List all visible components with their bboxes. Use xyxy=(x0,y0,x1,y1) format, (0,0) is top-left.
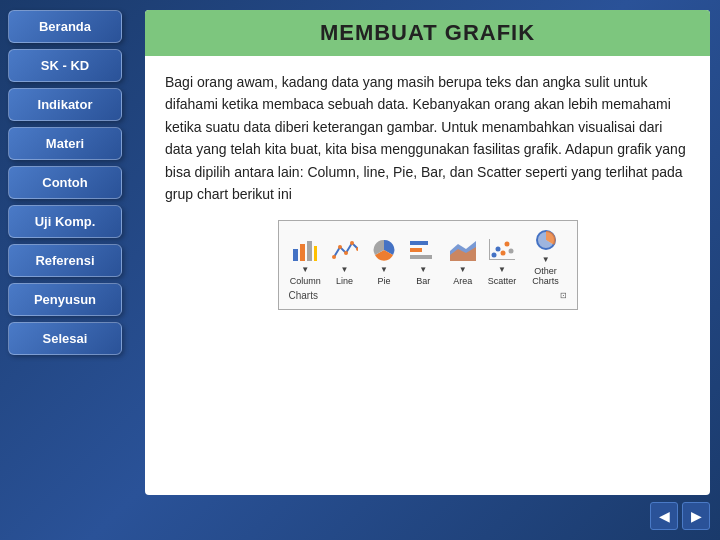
svg-point-15 xyxy=(496,247,501,252)
chart-panel: ▼ Column xyxy=(278,220,578,310)
svg-point-16 xyxy=(501,251,506,256)
svg-rect-3 xyxy=(314,246,317,261)
expand-icon[interactable]: ⊡ xyxy=(560,291,567,300)
pie-dropdown-arrow: ▼ xyxy=(380,265,388,274)
area-icon-group: ▼ xyxy=(450,239,476,274)
svg-rect-1 xyxy=(300,244,305,261)
chart-icon-bar[interactable]: ▼ Bar xyxy=(407,239,440,286)
sidebar-item-referensi[interactable]: Referensi xyxy=(8,244,122,277)
sidebar-item-label: Materi xyxy=(46,136,84,151)
bar-label: Bar xyxy=(416,276,430,286)
prev-button[interactable]: ◀ xyxy=(650,502,678,530)
scatter-label: Scatter xyxy=(488,276,517,286)
other-dropdown-arrow: ▼ xyxy=(542,255,550,264)
scatter-icon-group: ▼ xyxy=(489,239,515,274)
svg-point-18 xyxy=(509,249,514,254)
svg-point-14 xyxy=(492,253,497,258)
sidebar-item-label: Selesai xyxy=(43,331,88,346)
pie-label: Pie xyxy=(377,276,390,286)
sidebar-item-sk-kd[interactable]: SK - KD xyxy=(8,49,122,82)
line-icon-group: ▼ xyxy=(332,239,358,274)
page-title: MEMBUAT GRAFIK xyxy=(165,20,690,46)
bottom-nav: ◀ ▶ xyxy=(650,502,710,530)
sidebar-item-label: SK - KD xyxy=(41,58,89,73)
sidebar-item-label: Uji Komp. xyxy=(35,214,96,229)
sidebar: Beranda SK - KD Indikator Materi Contoh … xyxy=(0,0,130,540)
svg-rect-19 xyxy=(489,259,515,260)
next-icon: ▶ xyxy=(691,508,702,524)
svg-point-17 xyxy=(505,242,510,247)
sidebar-item-indikator[interactable]: Indikator xyxy=(8,88,122,121)
sidebar-item-materi[interactable]: Materi xyxy=(8,127,122,160)
svg-point-6 xyxy=(344,251,348,255)
pie-icon xyxy=(372,239,396,265)
bar-icon xyxy=(410,239,436,265)
column-dropdown-arrow: ▼ xyxy=(301,265,309,274)
sidebar-item-label: Indikator xyxy=(38,97,93,112)
sidebar-item-selesai[interactable]: Selesai xyxy=(8,322,122,355)
column-icon xyxy=(292,239,318,265)
content-body: Bagi orang awam, kadang data yang masih … xyxy=(145,56,710,325)
sidebar-item-beranda[interactable]: Beranda xyxy=(8,10,122,43)
svg-rect-11 xyxy=(410,255,432,259)
other-icon xyxy=(532,229,560,255)
area-icon xyxy=(450,239,476,265)
sidebar-item-label: Beranda xyxy=(39,19,91,34)
svg-rect-2 xyxy=(307,241,312,261)
sidebar-item-label: Contoh xyxy=(42,175,87,190)
chart-icon-area[interactable]: ▼ Area xyxy=(446,239,479,286)
sidebar-item-penyusun[interactable]: Penyusun xyxy=(8,283,122,316)
sidebar-item-label: Referensi xyxy=(35,253,94,268)
charts-section-label: Charts xyxy=(289,290,318,301)
pie-icon-group: ▼ xyxy=(372,239,396,274)
column-icon-group: ▼ xyxy=(292,239,318,274)
column-label: Column xyxy=(290,276,321,286)
svg-point-4 xyxy=(332,255,336,259)
area-dropdown-arrow: ▼ xyxy=(459,265,467,274)
chart-icon-column[interactable]: ▼ Column xyxy=(289,239,322,286)
chart-icon-scatter[interactable]: ▼ Scatter xyxy=(485,239,518,286)
main-content: MEMBUAT GRAFIK Bagi orang awam, kadang d… xyxy=(145,10,710,495)
bar-dropdown-arrow: ▼ xyxy=(419,265,427,274)
bar-icon-group: ▼ xyxy=(410,239,436,274)
svg-rect-20 xyxy=(489,239,490,259)
sidebar-item-uji-komp[interactable]: Uji Komp. xyxy=(8,205,122,238)
other-label: Other Charts xyxy=(525,266,567,286)
other-icon-group: ▼ xyxy=(532,229,560,264)
area-label: Area xyxy=(453,276,472,286)
chart-icon-line[interactable]: ▼ Line xyxy=(328,239,361,286)
line-icon xyxy=(332,239,358,265)
scatter-dropdown-arrow: ▼ xyxy=(498,265,506,274)
line-dropdown-arrow: ▼ xyxy=(341,265,349,274)
scatter-icon xyxy=(489,239,515,265)
svg-rect-0 xyxy=(293,249,298,261)
chart-icons-row: ▼ Column xyxy=(289,229,567,286)
chart-icon-pie[interactable]: ▼ Pie xyxy=(367,239,400,286)
svg-point-5 xyxy=(338,245,342,249)
chart-panel-footer: Charts ⊡ xyxy=(289,290,567,301)
title-bar: MEMBUAT GRAFIK xyxy=(145,10,710,56)
sidebar-item-label: Penyusun xyxy=(34,292,96,307)
svg-rect-10 xyxy=(410,248,422,252)
chart-icon-other[interactable]: ▼ Other Charts xyxy=(525,229,567,286)
svg-rect-9 xyxy=(410,241,428,245)
sidebar-item-contoh[interactable]: Contoh xyxy=(8,166,122,199)
prev-icon: ◀ xyxy=(659,508,670,524)
line-label: Line xyxy=(336,276,353,286)
next-button[interactable]: ▶ xyxy=(682,502,710,530)
main-paragraph: Bagi orang awam, kadang data yang masih … xyxy=(165,71,690,205)
svg-point-7 xyxy=(350,241,354,245)
